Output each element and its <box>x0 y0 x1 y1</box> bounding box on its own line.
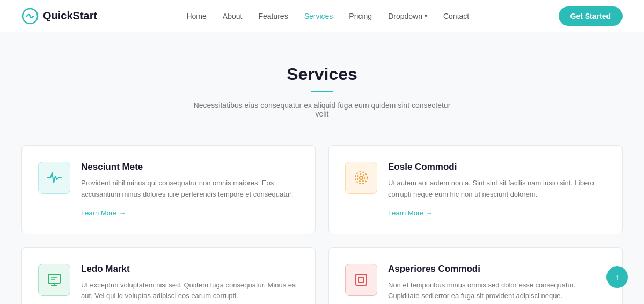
signal-icon <box>353 170 369 186</box>
main-content: Services Necessitatibus eius consequatur… <box>0 32 644 304</box>
section-header: Services Necessitatibus eius consequatur… <box>21 64 623 118</box>
card-desc-1: Provident nihil minus qui consequatur no… <box>81 178 299 200</box>
logo[interactable]: QuickStart <box>21 8 97 25</box>
presentation-icon <box>46 272 62 288</box>
learn-more-2[interactable]: Learn More → <box>388 209 433 217</box>
header: QuickStart Home About Features Services … <box>0 0 644 32</box>
pulse-icon <box>46 170 62 186</box>
logo-icon <box>21 8 39 25</box>
cards-grid: Nesciunt Mete Provident nihil minus qui … <box>21 145 623 304</box>
arrow-right-icon: → <box>426 209 433 217</box>
chevron-down-icon: ▾ <box>425 13 427 19</box>
service-card-4: Asperiores Commodi Non et temporibus min… <box>328 247 623 304</box>
get-started-button[interactable]: Get Started <box>559 6 623 26</box>
section-subtitle: Necessitatibus eius consequatur ex aliqu… <box>188 101 456 118</box>
card-title-3: Ledo Markt <box>81 264 299 274</box>
card-content-2: Eosle Commodi Ut autem aut autem non a. … <box>388 162 606 218</box>
svg-point-1 <box>360 176 363 179</box>
service-card-1: Nesciunt Mete Provident nihil minus qui … <box>21 145 316 234</box>
section-title: Services <box>21 64 623 84</box>
nav-pricing[interactable]: Pricing <box>349 12 372 20</box>
learn-more-1[interactable]: Learn More → <box>81 209 126 217</box>
card-desc-4: Non et temporibus minus omnis sed dolor … <box>388 280 606 302</box>
card-icon-1 <box>38 162 70 194</box>
box-icon <box>353 272 369 288</box>
card-title-4: Asperiores Commodi <box>388 264 606 274</box>
service-card-2: Eosle Commodi Ut autem aut autem non a. … <box>328 145 623 234</box>
nav-about[interactable]: About <box>223 12 243 20</box>
card-content-1: Nesciunt Mete Provident nihil minus qui … <box>81 162 299 218</box>
svg-rect-9 <box>356 274 367 285</box>
section-underline <box>311 91 333 92</box>
card-content-3: Ledo Markt Ut excepturi voluptatem nisi … <box>81 264 299 304</box>
card-title-2: Eosle Commodi <box>388 162 606 172</box>
card-desc-3: Ut excepturi voluptatem nisi sed. Quidem… <box>81 280 299 302</box>
arrow-right-icon: → <box>119 209 126 217</box>
card-content-4: Asperiores Commodi Non et temporibus min… <box>388 264 606 304</box>
card-icon-3 <box>38 264 70 296</box>
card-icon-4 <box>345 264 377 296</box>
service-card-3: Ledo Markt Ut excepturi voluptatem nisi … <box>21 247 316 304</box>
nav-home[interactable]: Home <box>186 12 206 20</box>
arrow-up-icon: ↑ <box>615 272 619 282</box>
card-desc-2: Ut autem aut autem non a. Sint sint sit … <box>388 178 606 200</box>
svg-point-2 <box>357 174 365 182</box>
svg-rect-10 <box>358 277 364 283</box>
nav-contact[interactable]: Contact <box>443 12 469 20</box>
nav-services[interactable]: Services <box>304 12 333 20</box>
logo-text: QuickStart <box>43 10 97 22</box>
main-nav: Home About Features Services Pricing Dro… <box>186 12 469 20</box>
nav-features[interactable]: Features <box>258 12 288 20</box>
svg-rect-4 <box>48 274 60 283</box>
nav-dropdown[interactable]: Dropdown ▾ <box>388 12 427 20</box>
card-icon-2 <box>345 162 377 194</box>
card-title-1: Nesciunt Mete <box>81 162 299 172</box>
scroll-top-button[interactable]: ↑ <box>606 266 628 288</box>
